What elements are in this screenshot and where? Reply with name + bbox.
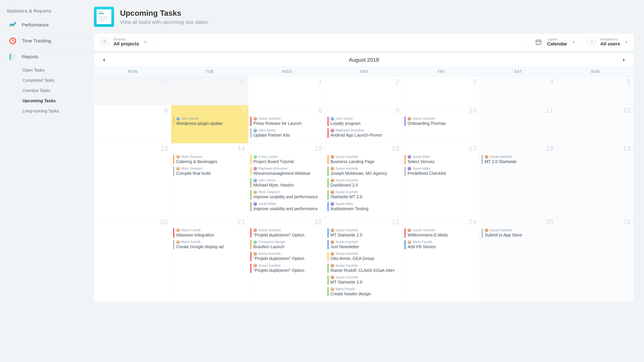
- task-item[interactable]: Susan KacheleJuni Newsletter: [328, 240, 400, 249]
- svg-point-12: [539, 42, 540, 43]
- calendar-cell[interactable]: 24Susan KacheleWillkommens-E-MailsMario …: [402, 217, 480, 302]
- calendar-cell[interactable]: 30: [94, 77, 171, 105]
- calendar-cell[interactable]: 7John DemoWordpress plugin update: [171, 105, 248, 143]
- filter-layout[interactable]: Layout Calendar ▾: [528, 34, 581, 50]
- task-item[interactable]: John DemoLoyalty program: [328, 117, 400, 126]
- task-item[interactable]: John DemoWordpress plugin update: [173, 117, 246, 126]
- task-item[interactable]: Mark SimpsonCatering & Beverages: [173, 155, 246, 164]
- calendar-cell[interactable]: 23Susan KacheleMT Startseite 2.0Susan Ka…: [326, 217, 403, 302]
- task-item[interactable]: Mario FanelliAtlassian Integration: [173, 228, 246, 238]
- calendar-row: 67John DemoWordpress plugin update8Susan…: [94, 105, 634, 143]
- sidebar-item-time-tracking[interactable]: Time Tracking: [8, 34, 84, 47]
- calendar-cell[interactable]: 13: [94, 143, 171, 217]
- task-item[interactable]: Susan KacheleMT Startseite 2.0: [328, 228, 400, 238]
- sidebar-sub-upcoming-tasks[interactable]: Upcoming Tasks: [22, 96, 84, 106]
- task-item[interactable]: Chistopher BergerBrasilien Launch: [250, 240, 323, 249]
- calendar-cell[interactable]: 1: [248, 77, 326, 105]
- task-item[interactable]: Susan KacheleStartseite MT 2.0: [328, 190, 400, 199]
- task-item[interactable]: Raphaela BrandnerAndroid App Launch-Prom…: [328, 128, 400, 138]
- calendar-cell[interactable]: 19: [557, 143, 634, 217]
- calendar-row: 303112345: [94, 77, 634, 105]
- calendar-cell[interactable]: 31: [171, 77, 248, 105]
- avatar: [176, 228, 180, 232]
- sidebar-sub-completed-tasks[interactable]: Completed Tasks: [22, 75, 84, 85]
- calendar-date-number: 9: [396, 106, 399, 114]
- calendar-cell[interactable]: 12: [557, 105, 634, 143]
- calendar-date-number: 31: [237, 78, 245, 86]
- task-color-bar: [173, 240, 174, 249]
- task-item[interactable]: Susan Kachele"Projekt duplizieren" Optio…: [250, 228, 323, 238]
- task-title: Loyalty program: [330, 121, 400, 126]
- task-item[interactable]: Susan KacheleSubmit to App Store: [482, 228, 554, 238]
- calendar-cell[interactable]: 11: [480, 105, 557, 143]
- task-title: Atlassian Integration: [176, 232, 246, 238]
- sidebar-item-performance[interactable]: Performance: [8, 18, 84, 31]
- task-item[interactable]: Susan KacheleOtto Armin, GEA Group: [328, 252, 400, 261]
- task-user-name: Susan Kachele: [336, 167, 358, 170]
- tasks-wrapper: Susan KacheleMT 2.0 Startseite: [482, 155, 554, 164]
- task-item[interactable]: Mark SimpsonImprove usability and perfor…: [250, 190, 323, 199]
- task-item[interactable]: Susan KacheleMT 2.0 Startseite: [482, 155, 554, 164]
- calendar-cell[interactable]: 15Conor LarkinProject Board TutorialRaph…: [248, 143, 326, 217]
- task-item[interactable]: Mario FanelliCreate header design: [328, 287, 400, 297]
- task-item[interactable]: Sarah MillerAudiostream Testing: [328, 202, 400, 211]
- sidebar-item-reports[interactable]: Reports: [8, 50, 84, 63]
- filter-projects[interactable]: Projects All projects ▾: [94, 34, 153, 50]
- task-item[interactable]: John DemoMichael Myer, Hasbro: [250, 178, 323, 188]
- calendar-cell[interactable]: 22Susan Kachele"Projekt duplizieren" Opt…: [248, 217, 326, 302]
- sidebar-sub-long-running-tasks[interactable]: Long-running Tasks: [22, 106, 84, 116]
- task-item[interactable]: Mark SimpsonCompile final build: [173, 167, 246, 176]
- calendar-cell[interactable]: 4: [480, 77, 557, 105]
- calendar-cell[interactable]: 14Mark SimpsonCatering & BeveragesMark S…: [171, 143, 248, 217]
- calendar-cell[interactable]: 18Susan KacheleMT 2.0 Startseite: [480, 143, 557, 217]
- calendar-cell[interactable]: 10Susan KacheleOnboarding Thomas: [402, 105, 480, 143]
- sidebar-sub-overdue-tasks[interactable]: Overdue Tasks: [22, 85, 84, 96]
- task-item[interactable]: Conor LarkinProject Board Tutorial: [250, 155, 323, 164]
- calendar-cell[interactable]: 6: [94, 105, 171, 143]
- avatar: [485, 228, 488, 232]
- calendar-cell[interactable]: 25Susan KacheleSubmit to App Store: [480, 217, 557, 302]
- calendar-cell[interactable]: 9John DemoLoyalty programRaphaela Brandn…: [326, 105, 403, 143]
- calendar-cell[interactable]: 8Susan KachelePress Release for LaunchJo…: [248, 105, 326, 143]
- task-item[interactable]: Susan KachelePress Release for Launch: [250, 117, 323, 126]
- task-item[interactable]: Susan Kachele"Projekt duplizieren" Optio…: [250, 264, 323, 273]
- next-month-button[interactable]: ›: [620, 56, 627, 63]
- task-item[interactable]: Susan KacheleMT Startseite 2.0: [328, 275, 400, 285]
- task-color-bar: [173, 228, 174, 238]
- task-title: Joseph Moldovan, MC Agency: [330, 171, 400, 176]
- task-color-bar: [173, 155, 174, 164]
- task-item[interactable]: Susan KacheleWillkommens-E-Mails: [404, 228, 478, 238]
- svg-point-13: [537, 43, 538, 44]
- task-item[interactable]: Mario FanelliAdd FB Stories: [404, 240, 478, 249]
- calendar-cell[interactable]: 21Mario FanelliAtlassian IntegrationMari…: [171, 217, 248, 302]
- calendar-cell[interactable]: 20: [94, 217, 171, 302]
- calendar-cell[interactable]: 26: [557, 217, 634, 302]
- task-item[interactable]: Susan KacheleRainer Rudolf, CLAAS KGaA m…: [328, 264, 400, 273]
- task-item[interactable]: Susan KacheleJoseph Moldovan, MC Agency: [328, 167, 400, 176]
- calendar-cell[interactable]: 16Susan KacheleBusiness Landing PageSusa…: [326, 143, 403, 217]
- task-item[interactable]: Susan KacheleBusiness Landing Page: [328, 155, 400, 164]
- task-info: Conor LarkinProject Board Tutorial: [254, 155, 323, 164]
- calendar-cell[interactable]: 2: [326, 77, 403, 105]
- task-item[interactable]: Susan KacheleOnboarding Thomas: [404, 117, 478, 126]
- task-item[interactable]: John DemoUpdate Partner Kits: [250, 128, 323, 138]
- task-title: Business Landing Page: [330, 159, 400, 164]
- task-user-name: Susan Kachele: [258, 252, 281, 256]
- task-title: MT Startseite 2.0: [330, 280, 400, 285]
- filter-assigned[interactable]: Assigned to All users ▾: [581, 34, 634, 50]
- prev-month-button[interactable]: ‹: [101, 56, 108, 63]
- avatar: [176, 155, 180, 159]
- task-item[interactable]: Mario FanelliCreate Google display ad: [173, 240, 246, 249]
- task-item[interactable]: Sarah MillerSelect Venues: [404, 155, 478, 164]
- sidebar-sub-open-tasks[interactable]: Open Tasks: [22, 65, 84, 75]
- calendar-cell[interactable]: 17Sarah MillerSelect VenuesSarah MillerP…: [402, 143, 480, 217]
- task-item[interactable]: Susan Kachele"Projekt duplizieren" Optio…: [250, 252, 323, 261]
- calendar-date-number: 12: [623, 106, 631, 114]
- task-item[interactable]: Raphaela BrandnerWissensmanagement Webin…: [250, 167, 323, 176]
- task-user-name: John Demo: [258, 178, 276, 182]
- task-item[interactable]: Sarah MillerImprove usability and perfor…: [250, 202, 323, 211]
- calendar-cell[interactable]: 5: [557, 77, 634, 105]
- task-item[interactable]: Susan KacheleDashboard 2.0: [328, 178, 400, 188]
- calendar-cell[interactable]: 3: [402, 77, 480, 105]
- task-item[interactable]: Sarah MillerPredefined Checklist: [404, 167, 478, 176]
